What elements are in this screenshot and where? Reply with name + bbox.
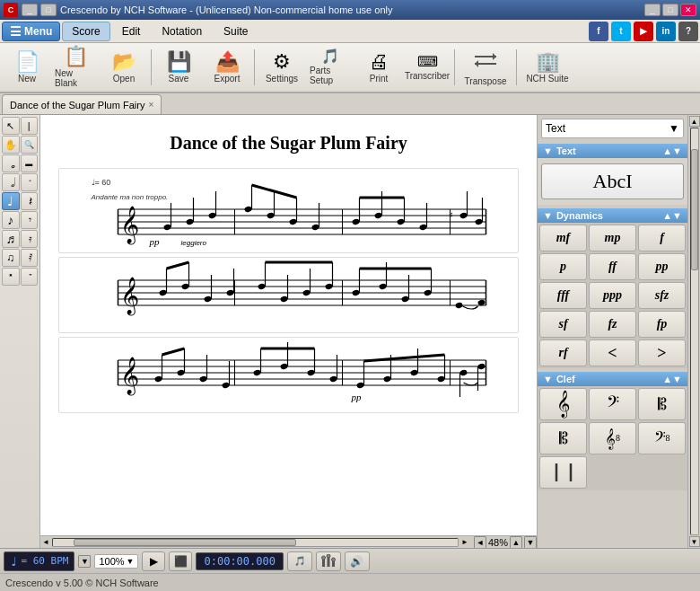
pan-tool[interactable]: ✋ [2, 136, 20, 154]
bass8-clef-button[interactable]: 𝄢8 [638, 422, 686, 454]
print-button[interactable]: 🖨 Print [355, 45, 402, 90]
youtube-icon[interactable]: ▶ [634, 22, 653, 41]
svg-point-19 [163, 224, 171, 231]
dynamic-ff[interactable]: ff [589, 253, 636, 280]
half-rest-tool[interactable]: 𝄼 [21, 173, 39, 191]
tab-close-button[interactable]: × [148, 100, 153, 110]
new-blank-button[interactable]: 📋 New Blank [52, 45, 99, 90]
mixer-button[interactable] [316, 551, 341, 571]
scroll-left-button[interactable]: ◄ [40, 538, 51, 547]
twitter-icon[interactable]: t [611, 22, 631, 41]
bpm-down-button[interactable]: ▼ [78, 555, 91, 568]
svg-point-111 [280, 363, 288, 370]
64th-note-tool[interactable]: 𝄺 [2, 268, 20, 286]
sixteenth-note-tool[interactable]: ♬ [2, 230, 20, 248]
help-icon[interactable]: ? [678, 22, 698, 41]
svg-point-81 [401, 296, 409, 303]
dynamic-p[interactable]: p [539, 253, 587, 280]
score-content[interactable]: Dance of the Sugar Plum Fairy ♩= 60 Anda… [40, 115, 537, 535]
h-scroll-track[interactable] [52, 538, 459, 547]
scroll-right-button[interactable]: ► [459, 538, 470, 547]
quarter-rest-tool[interactable]: 𝄽 [21, 192, 39, 210]
whole-note-tool[interactable]: 𝅗 [2, 154, 20, 172]
sixteenth-rest-tool[interactable]: 𝄿 [21, 230, 39, 248]
new-button[interactable]: 📄 New [4, 45, 50, 90]
menu-item-edit[interactable]: Edit [112, 22, 151, 41]
clef-expand-icon[interactable]: ▲▼ [662, 374, 682, 384]
dynamic-ppp[interactable]: ppp [589, 282, 636, 309]
stop-button[interactable]: ⬛ [169, 551, 192, 571]
dynamic-pp[interactable]: pp [638, 253, 686, 280]
minimize-icon[interactable]: _ [22, 4, 38, 16]
dynamic-f[interactable]: f [638, 225, 686, 251]
text-section-label: Text [556, 146, 576, 156]
dynamic-sf[interactable]: sf [539, 311, 587, 338]
menu-item-suite[interactable]: Suite [214, 22, 258, 41]
svg-point-34 [352, 218, 360, 225]
restore-icon[interactable]: □ [40, 4, 57, 16]
dynamics-expand-icon[interactable]: ▲▼ [662, 210, 682, 221]
linkedin-icon[interactable]: in [656, 22, 676, 41]
eighth-note-tool[interactable]: ♪ [2, 211, 20, 229]
tenor-clef-button[interactable]: 𝄡 [539, 422, 587, 454]
select-tool[interactable]: ↖ [2, 117, 20, 135]
64th-rest-tool[interactable]: 𝄻 [21, 268, 39, 286]
dynamic-mp[interactable]: mp [589, 225, 636, 251]
scroll-down-button[interactable]: ▼ [689, 536, 700, 547]
v-scroll-thumb[interactable] [691, 149, 698, 271]
quarter-note-tool[interactable]: ♩ [2, 192, 20, 210]
toolbar-sep-2 [254, 49, 255, 85]
dynamic-mf[interactable]: mf [539, 225, 587, 251]
eighth-rest-tool[interactable]: 𝄾 [21, 211, 39, 229]
facebook-icon[interactable]: f [589, 22, 608, 41]
dynamic-crescendo[interactable]: < [589, 340, 636, 366]
text-preview-button[interactable]: AbcI [541, 163, 684, 199]
panel-type-dropdown[interactable]: Text ▼ [541, 119, 684, 138]
play-button[interactable]: ▶ [142, 551, 165, 571]
transcriber-button[interactable]: ⌨ Transcriber [404, 45, 451, 90]
zoom-down-button[interactable]: ▼ [524, 536, 537, 549]
h-scroll-thumb[interactable] [74, 539, 296, 546]
zoom-tool[interactable]: 🔍 [21, 136, 39, 154]
close-button[interactable]: ✕ [680, 4, 696, 16]
32nd-rest-tool[interactable]: 𝅀 [21, 249, 39, 267]
whole-rest-tool[interactable]: ▬ [21, 154, 39, 172]
text-section-header: ▼ Text ▲▼ [538, 144, 687, 158]
v-scroll-track[interactable] [690, 128, 699, 535]
dynamic-fp[interactable]: fp [638, 311, 686, 338]
maximize-button[interactable]: □ [662, 4, 678, 16]
score-tab[interactable]: Dance of the Sugar Plum Fairy × [2, 94, 162, 114]
dynamic-fz[interactable]: fz [589, 311, 636, 338]
line-tool[interactable]: | [21, 117, 39, 135]
zoom-up-button[interactable]: ▲ [510, 536, 522, 549]
dynamic-fff[interactable]: fff [539, 282, 587, 309]
section-expand-icon[interactable]: ▲▼ [662, 146, 682, 156]
save-button[interactable]: 💾 Save [155, 45, 202, 90]
svg-point-105 [199, 375, 207, 383]
export-button[interactable]: 📤 Export [204, 45, 250, 90]
nch-suite-button[interactable]: 🏢 NCH Suite [521, 45, 574, 90]
perc-clef-button[interactable] [539, 456, 587, 489]
minimize-button[interactable]: _ [644, 4, 661, 16]
svg-point-137 [327, 554, 330, 558]
half-note-tool[interactable]: 𝅗𝅥 [2, 173, 20, 191]
bpm-note-icon: ♩ [10, 554, 17, 569]
transpose-button[interactable]: Transpose [459, 45, 512, 90]
settings-button[interactable]: ⚙ Settings [258, 45, 305, 90]
alto-clef-button[interactable]: 𝄡 [638, 388, 686, 420]
32nd-note-tool[interactable]: ♫ [2, 249, 20, 267]
dynamic-sfz[interactable]: sfz [638, 282, 686, 309]
bass-clef-button[interactable]: 𝄢 [589, 388, 636, 420]
treble-clef-button[interactable]: 𝄞 [539, 388, 587, 420]
menu-button[interactable]: ☰ Menu [2, 22, 60, 41]
volume-button[interactable]: 🔊 [345, 551, 370, 571]
scroll-up-button[interactable]: ▲ [689, 116, 700, 127]
treble8-clef-button[interactable]: 𝄞8 [589, 422, 636, 454]
parts-setup-button[interactable]: 🎵 Parts Setup [307, 45, 354, 90]
dynamic-decrescendo[interactable]: > [638, 340, 686, 366]
dynamic-rf[interactable]: rf [539, 340, 587, 366]
menu-item-notation[interactable]: Notation [152, 22, 212, 41]
metronome-button[interactable]: 🎵 [287, 551, 312, 571]
menu-item-score[interactable]: Score [62, 22, 109, 41]
open-button[interactable]: 📂 Open [101, 45, 147, 90]
